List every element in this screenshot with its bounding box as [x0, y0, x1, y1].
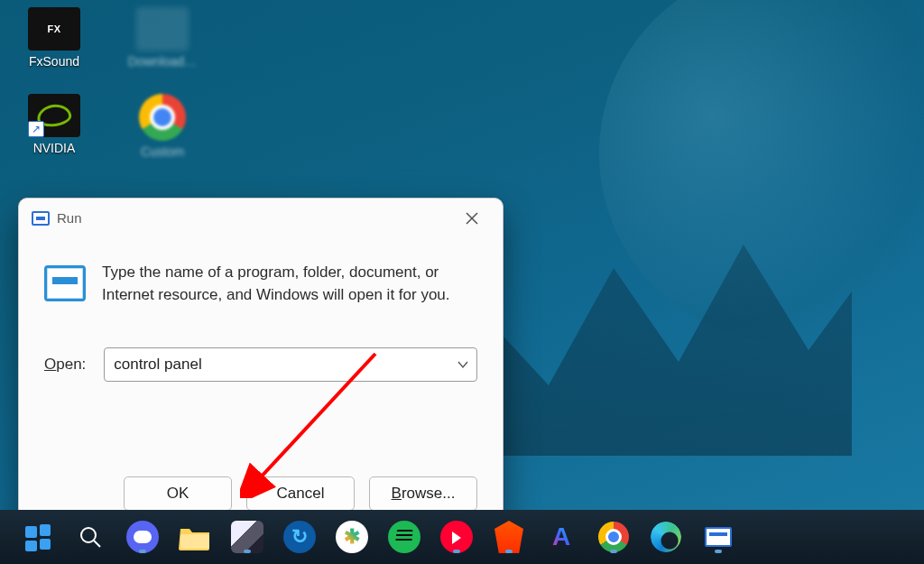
desktop-icon-chrome[interactable]: Custom — [126, 94, 199, 159]
svg-point-3 — [81, 528, 96, 542]
taskbar-search[interactable] — [72, 519, 108, 555]
close-icon — [466, 212, 478, 225]
desktop-icon-label: FxSound — [29, 54, 79, 69]
arc-icon: A — [552, 522, 570, 551]
taskbar-chrome[interactable] — [596, 519, 632, 555]
titlebar[interactable]: Run — [19, 199, 503, 238]
open-label: Open: — [44, 356, 86, 374]
discord-icon — [126, 521, 159, 553]
svg-line-4 — [94, 541, 100, 547]
cancel-button[interactable]: Cancel — [246, 476, 355, 511]
taskbar-spotify[interactable] — [386, 519, 422, 555]
spotify-icon — [388, 521, 420, 553]
brave-icon — [494, 521, 523, 553]
taskbar-explorer[interactable] — [177, 519, 213, 555]
desktop-icon-fxsound[interactable]: FX FxSound — [18, 7, 90, 69]
nvidia-icon: ↗ — [28, 94, 80, 137]
youtube-music-icon — [440, 521, 473, 553]
taskbar-discord[interactable] — [125, 519, 161, 555]
run-large-icon — [44, 265, 86, 301]
run-dialog: Run Type the name of a program, folder, … — [18, 198, 504, 532]
taskbar-slack[interactable]: ✱ — [334, 519, 370, 555]
close-button[interactable] — [454, 204, 490, 233]
folder-icon — [179, 523, 211, 550]
blurred-icon — [136, 7, 189, 51]
windows-icon — [25, 524, 51, 550]
taskbar-sync[interactable] — [282, 519, 318, 555]
app-icon — [231, 521, 263, 553]
run-icon — [705, 527, 732, 547]
taskbar-run[interactable] — [700, 519, 736, 555]
taskbar-app-avatar[interactable] — [229, 519, 265, 555]
fxsound-icon: FX — [28, 7, 80, 51]
chrome-icon — [598, 522, 629, 552]
run-icon — [32, 211, 50, 226]
open-input[interactable] — [105, 356, 476, 374]
desktop-icon-label: NVIDIA — [33, 141, 76, 155]
dialog-title: Run — [57, 210, 82, 226]
taskbar: ✱ A — [0, 510, 924, 564]
taskbar-arc[interactable]: A — [543, 519, 579, 555]
browse-button[interactable]: Browse... — [369, 476, 477, 511]
svg-rect-5 — [180, 534, 209, 549]
search-icon — [79, 525, 102, 549]
slack-icon: ✱ — [336, 521, 368, 553]
taskbar-edge[interactable] — [648, 519, 684, 555]
sync-icon — [283, 521, 316, 553]
dialog-description: Type the name of a program, folder, docu… — [102, 262, 477, 306]
desktop-icon-label-blurred: Custom — [141, 144, 184, 159]
desktop-icon-label-blurred: Download… — [128, 54, 197, 69]
shortcut-overlay-icon: ↗ — [28, 121, 44, 137]
edge-icon — [651, 522, 681, 552]
chrome-icon — [139, 94, 186, 141]
open-combobox[interactable] — [104, 347, 477, 382]
taskbar-brave[interactable] — [491, 519, 527, 555]
desktop-icon-nvidia[interactable]: ↗ NVIDIA — [18, 94, 90, 155]
taskbar-youtube-music[interactable] — [439, 519, 475, 555]
desktop-icon-blurred[interactable]: Download… — [126, 7, 199, 69]
desktop: FX FxSound ↗ NVIDIA Download… Custom — [0, 0, 199, 159]
start-button[interactable] — [20, 519, 56, 555]
ok-button[interactable]: OK — [124, 476, 232, 511]
